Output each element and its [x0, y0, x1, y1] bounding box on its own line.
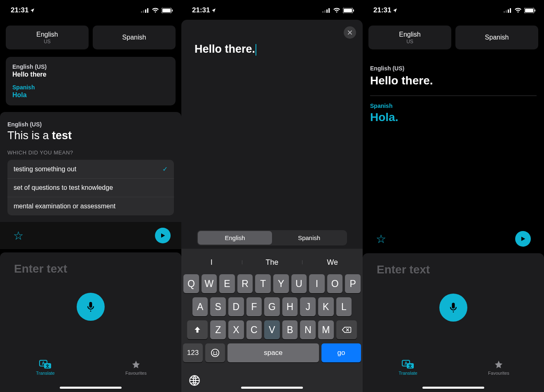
- key-x[interactable]: X: [228, 320, 244, 339]
- star-icon: [494, 360, 504, 369]
- space-key[interactable]: space: [227, 343, 319, 362]
- shift-icon: [193, 326, 202, 334]
- key-y[interactable]: Y: [273, 274, 289, 293]
- status-bar: 21:31: [181, 0, 363, 21]
- enter-text-placeholder: Enter text: [377, 263, 430, 276]
- source-language-button[interactable]: English US: [368, 26, 451, 49]
- key-z[interactable]: Z: [210, 320, 226, 339]
- key-j[interactable]: J: [300, 297, 316, 316]
- emoji-key[interactable]: [205, 343, 225, 362]
- key-v[interactable]: V: [264, 320, 280, 339]
- disambig-option[interactable]: testing something out ✓: [7, 160, 174, 178]
- svg-point-18: [211, 349, 219, 357]
- source-language-region: US: [406, 39, 413, 44]
- home-indicator[interactable]: [241, 387, 303, 389]
- key-f[interactable]: F: [246, 297, 262, 316]
- key-c[interactable]: C: [246, 320, 262, 339]
- source-language-button[interactable]: English US: [6, 26, 89, 49]
- svg-rect-25: [510, 8, 511, 13]
- key-g[interactable]: G: [264, 297, 280, 316]
- microphone-button[interactable]: [77, 293, 105, 321]
- tab-favourites[interactable]: Favourites: [91, 352, 181, 392]
- divider: [370, 96, 537, 96]
- location-icon: [30, 8, 35, 13]
- disambig-option[interactable]: mental examination or assessment: [7, 197, 174, 215]
- tab-favourites[interactable]: Favourites: [453, 352, 544, 392]
- close-button[interactable]: [344, 26, 356, 39]
- translation-card[interactable]: English (US) Hello there Spanish Hola: [6, 57, 176, 105]
- svg-rect-24: [508, 9, 509, 13]
- card-action-row: ☆: [0, 222, 181, 249]
- microphone-icon: [448, 302, 459, 313]
- play-button[interactable]: [515, 231, 531, 247]
- suggestion[interactable]: The: [242, 256, 302, 268]
- svg-rect-23: [506, 10, 507, 13]
- card-target-text: Hola: [12, 91, 169, 99]
- suggestion-row: I The We: [181, 252, 363, 273]
- battery-icon: [343, 8, 354, 13]
- location-icon: [211, 8, 216, 13]
- key-u[interactable]: U: [291, 274, 307, 293]
- tab-label: Translate: [36, 371, 54, 376]
- play-icon: [159, 232, 166, 239]
- backspace-key[interactable]: [336, 320, 357, 339]
- tab-label: Translate: [399, 371, 417, 376]
- key-b[interactable]: B: [282, 320, 298, 339]
- status-indicators: [141, 8, 173, 13]
- key-m[interactable]: M: [318, 320, 334, 339]
- favourite-star-icon[interactable]: ☆: [376, 232, 386, 246]
- tab-translate[interactable]: A文 Translate: [0, 352, 91, 392]
- option-label: set of questions to test knowledge: [14, 184, 113, 191]
- key-r[interactable]: R: [237, 274, 253, 293]
- svg-text:文: 文: [408, 364, 412, 368]
- status-indicators: [504, 8, 536, 13]
- key-q[interactable]: Q: [183, 274, 199, 293]
- key-s[interactable]: S: [210, 297, 226, 316]
- key-a[interactable]: A: [192, 297, 208, 316]
- svg-rect-2: [145, 9, 146, 13]
- phone-screen-disambiguation: 21:31 English US Spanish English (US) He…: [0, 0, 181, 392]
- segment-spanish[interactable]: Spanish: [272, 231, 346, 245]
- numbers-key[interactable]: 123: [183, 343, 203, 362]
- translate-icon: A文: [39, 360, 52, 369]
- globe-icon[interactable]: [189, 375, 200, 386]
- play-button[interactable]: [155, 228, 171, 243]
- which-did-you-mean-label: WHICH DID YOU MEAN?: [7, 149, 174, 156]
- home-indicator[interactable]: [60, 387, 122, 389]
- translation-result-card: English (US) Hello there. Spanish Hola.: [370, 65, 537, 124]
- key-l[interactable]: L: [336, 297, 352, 316]
- tab-label: Favourites: [125, 371, 146, 376]
- keyboard: I The We QWERTYUIOP ASDFGHJKL ZXCVBNM: [181, 249, 363, 392]
- key-n[interactable]: N: [300, 320, 316, 339]
- key-w[interactable]: W: [202, 274, 217, 293]
- key-d[interactable]: D: [228, 297, 244, 316]
- target-language-button[interactable]: Spanish: [93, 26, 176, 49]
- key-h[interactable]: H: [282, 297, 298, 316]
- disambig-option[interactable]: set of questions to test knowledge: [7, 178, 174, 197]
- key-i[interactable]: I: [309, 274, 325, 293]
- target-language-button[interactable]: Spanish: [455, 26, 538, 49]
- text-input-content[interactable]: Hello there.: [181, 20, 363, 56]
- svg-rect-6: [172, 9, 173, 12]
- key-k[interactable]: K: [318, 297, 334, 316]
- suggestion[interactable]: I: [181, 252, 242, 273]
- suggestion[interactable]: We: [302, 256, 363, 268]
- home-indicator[interactable]: [422, 387, 484, 389]
- go-key[interactable]: go: [321, 343, 361, 362]
- text-cursor: [256, 44, 256, 56]
- key-e[interactable]: E: [219, 274, 235, 293]
- phone-screen-result: 21:31 English US Spanish English (US) He…: [363, 0, 544, 392]
- segment-english[interactable]: English: [198, 231, 272, 245]
- svg-rect-16: [344, 9, 352, 12]
- key-p[interactable]: P: [345, 274, 361, 293]
- result-target-text: Hola.: [370, 111, 537, 124]
- tab-translate[interactable]: A文 Translate: [363, 352, 453, 392]
- key-t[interactable]: T: [255, 274, 271, 293]
- favourite-star-icon[interactable]: ☆: [13, 229, 23, 243]
- key-o[interactable]: O: [327, 274, 343, 293]
- wifi-icon: [152, 8, 159, 13]
- result-source-lang: English (US): [370, 65, 537, 72]
- microphone-button[interactable]: [439, 294, 467, 322]
- language-selector-row: English US Spanish: [0, 21, 181, 54]
- shift-key[interactable]: [187, 320, 208, 339]
